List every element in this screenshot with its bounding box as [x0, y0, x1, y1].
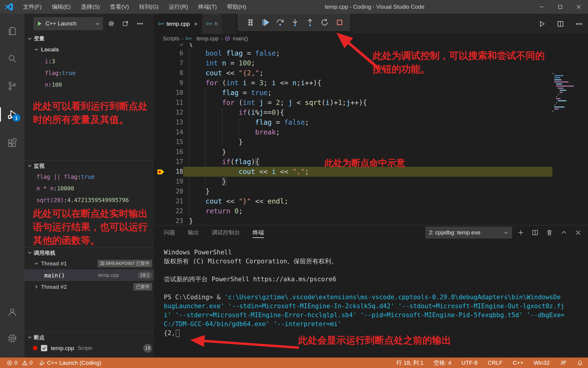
kill-terminal-trash-icon[interactable] [544, 227, 555, 238]
variable-row[interactable]: n * n: 10000 [25, 182, 154, 194]
eol-status[interactable]: CRLF [488, 360, 503, 366]
code-content[interactable]: } [183, 216, 552, 225]
menu-item-T[interactable]: 终端(T) [193, 0, 222, 14]
menu-item-G[interactable]: 转到(G) [134, 0, 164, 14]
extensions-icon[interactable] [0, 133, 25, 152]
section-variables[interactable]: 变量 [25, 33, 154, 44]
variable-row[interactable]: flag || flag: true [25, 171, 154, 182]
panel-tab-调试控制台[interactable]: 调试控制台 [212, 225, 240, 240]
run-debug-icon[interactable]: 1 [0, 105, 25, 124]
code-content[interactable]: for (int j = 2; j < sqrt(i)+1;j++){ [183, 98, 552, 108]
code-line-15[interactable]: 15 } [154, 137, 588, 147]
code-content[interactable]: } [183, 177, 552, 187]
code-line-12[interactable]: 12 if(i%j==0){ [154, 108, 588, 117]
code-content[interactable]: { [183, 43, 552, 48]
start-debug-icon[interactable] [36, 21, 42, 27]
code-line-10[interactable]: 10 flag = true; [154, 88, 588, 98]
code-content[interactable]: } [183, 187, 552, 196]
menu-item-E[interactable]: 编辑(E) [47, 0, 76, 14]
encoding-status[interactable]: UTF-8 [462, 360, 478, 366]
editor-tab-temp.cpp[interactable]: C++temp.cpp× [154, 14, 202, 34]
debug-settings-gear-icon[interactable] [105, 18, 117, 30]
split-editor-icon[interactable] [555, 18, 566, 30]
account-icon[interactable] [0, 303, 25, 322]
notifications-item[interactable] [577, 360, 583, 366]
menu-item-V[interactable]: 查看(V) [105, 0, 134, 14]
minimap[interactable] [552, 73, 580, 118]
code-line-13[interactable]: 13 flag = false; [154, 117, 588, 127]
code-content[interactable]: if(i%j==0){ [183, 108, 552, 117]
variable-row[interactable]: sqrt(20): 4.4721359549995796 [25, 194, 154, 206]
indentation-status[interactable]: 空格: 4 [434, 359, 451, 367]
section-callstack[interactable]: 调用堆栈 [25, 248, 154, 258]
step-out-button[interactable] [304, 16, 316, 28]
problems-status[interactable]: 0 0 [7, 360, 33, 366]
section-watch[interactable]: 监视 [25, 161, 154, 171]
debug-session-status[interactable]: C++ Launch (Coding) [39, 360, 101, 366]
stack-frame-row[interactable]: main()temp.cpp18:1 [25, 269, 154, 281]
search-icon[interactable] [0, 49, 25, 68]
restart-button[interactable] [319, 16, 331, 28]
code-line-19[interactable]: 19 } [154, 177, 588, 187]
code-content[interactable]: return 0; [183, 206, 552, 216]
code-line-22[interactable]: 22 return 0; [154, 206, 588, 216]
run-file-icon[interactable] [536, 18, 548, 30]
feedback-icon-item[interactable] [560, 360, 566, 366]
code-line-5[interactable]: 5{ [154, 43, 588, 48]
panel-tab-终端[interactable]: 终端 [253, 225, 264, 240]
variable-row[interactable]: flag: true [25, 67, 154, 79]
menu-item-R[interactable]: 运行(R) [164, 0, 193, 14]
thread-row[interactable]: Thread #2已暂停 [25, 281, 154, 293]
thread-row[interactable]: Thread #1因 BREAKPOINT 已暂停 [25, 258, 154, 269]
editor-tab-h[interactable]: C++h [202, 14, 222, 34]
settings-gear-icon[interactable] [0, 329, 25, 348]
breadcrumb-file[interactable]: temp.cpp [196, 36, 219, 42]
breakpoint-checkbox[interactable] [41, 345, 47, 351]
locals-group-row[interactable]: Locals [25, 44, 154, 55]
debug-console-icon[interactable] [120, 18, 132, 30]
code-line-9[interactable]: 9 for (int i = 3; i <= n;i++){ [154, 78, 588, 88]
new-terminal-icon[interactable] [515, 227, 526, 238]
code-content[interactable]: } [183, 137, 552, 147]
source-control-icon[interactable] [0, 77, 25, 96]
breadcrumb[interactable]: Scripts › C++ temp.cpp › main() [154, 34, 588, 43]
code-content[interactable]: break; [183, 127, 552, 137]
menu-item-S[interactable]: 选择(S) [76, 0, 105, 14]
code-line-11[interactable]: 11 for (int j = 2; j < sqrt(i)+1;j++){ [154, 98, 588, 108]
code-content[interactable]: } [183, 147, 552, 157]
close-window-button[interactable] [569, 0, 588, 14]
step-into-button[interactable] [289, 16, 301, 28]
code-line-23[interactable]: 23} [154, 216, 588, 225]
close-tab-icon[interactable]: × [194, 20, 198, 28]
code-content[interactable]: for (int i = 3; i <= n;i++){ [183, 78, 552, 88]
launch-config-dropdown[interactable]: C++ Launch [33, 17, 103, 30]
code-content[interactable]: cout << "}" << endl; [183, 196, 552, 206]
cursor-position-status[interactable]: 行 18, 列 1 [396, 359, 424, 367]
code-line-16[interactable]: 16 } [154, 147, 588, 157]
code-content[interactable]: flag = true; [183, 88, 552, 98]
section-breakpoints[interactable]: 断点 [25, 332, 154, 342]
code-line-14[interactable]: 14 break; [154, 127, 588, 137]
variable-row[interactable]: i: 3 [25, 55, 154, 67]
code-line-21[interactable]: 21 cout << "}" << endl; [154, 196, 588, 206]
menu-item-F[interactable]: 文件(F) [18, 0, 47, 14]
close-panel-icon[interactable] [572, 227, 584, 238]
breakpoint-row[interactable]: temp.cppScripts18 [25, 342, 154, 354]
minimize-button[interactable] [532, 0, 551, 14]
more-actions-icon[interactable] [134, 18, 146, 30]
explorer-icon[interactable] [0, 22, 25, 41]
code-content[interactable]: flag = false; [183, 117, 552, 127]
panel-tab-输出[interactable]: 输出 [188, 225, 199, 240]
editor-more-actions-icon[interactable] [573, 18, 585, 30]
maximize-panel-icon[interactable] [558, 227, 569, 238]
step-over-button[interactable] [274, 16, 286, 28]
breadcrumb-folder[interactable]: Scripts [163, 36, 179, 42]
continue-button[interactable] [259, 16, 271, 28]
terminal-selector-dropdown[interactable]: 2: cppdbg: temp.exe [425, 227, 512, 239]
panel-tab-问题[interactable]: 问题 [164, 225, 175, 240]
split-terminal-icon[interactable] [529, 227, 541, 238]
maximize-button[interactable] [551, 0, 569, 14]
menu-item-H[interactable]: 帮助(H) [222, 0, 251, 14]
language-mode-status[interactable]: C++ [513, 360, 523, 366]
variable-row[interactable]: n: 100 [25, 79, 154, 90]
